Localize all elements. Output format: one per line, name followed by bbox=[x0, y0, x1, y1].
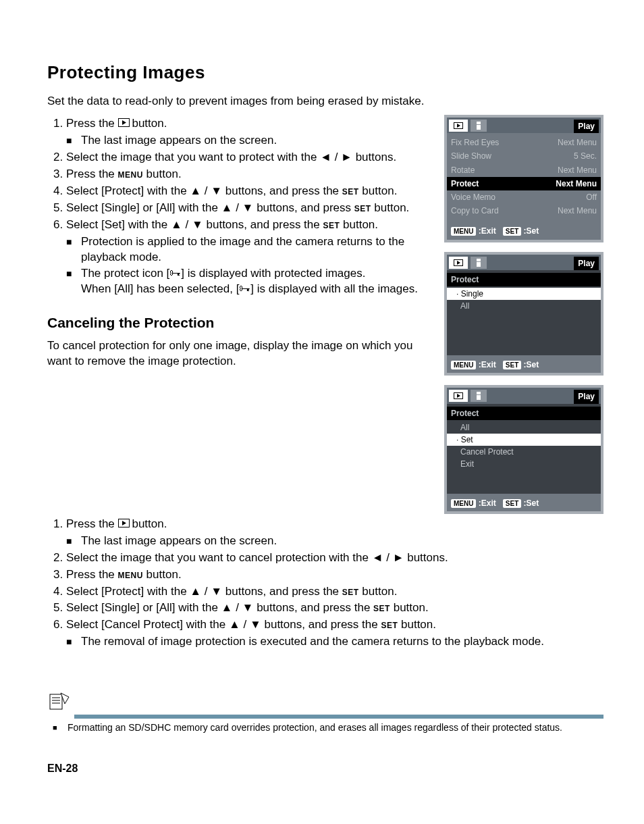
list-item: Select [Single] or [All] with the ▲ / ▼ … bbox=[66, 201, 428, 216]
list-item: Press the button. The last image appears… bbox=[66, 517, 603, 549]
list-item: Select [Single] or [All] with the ▲ / ▼ … bbox=[66, 600, 603, 616]
submenu-header: Protect bbox=[447, 407, 601, 420]
menu-label: MENU bbox=[118, 571, 143, 580]
svg-rect-12 bbox=[477, 392, 481, 394]
note-icon bbox=[47, 690, 70, 713]
list-item: Select the image that you want to cancel… bbox=[66, 550, 603, 566]
tab-title: Play bbox=[574, 257, 599, 270]
intro-text: Set the data to read-only to prevent ima… bbox=[47, 94, 603, 109]
list-item: Press the MENU button. bbox=[66, 567, 603, 583]
note-divider bbox=[74, 715, 603, 719]
submenu-row: All bbox=[451, 421, 597, 434]
set-label: SET bbox=[373, 604, 390, 613]
set-label: SET bbox=[381, 621, 398, 630]
svg-marker-1 bbox=[122, 120, 126, 125]
set-label: SET bbox=[342, 187, 359, 197]
svg-marker-11 bbox=[457, 394, 460, 398]
tab-title: Play bbox=[574, 120, 599, 133]
page-number: EN-28 bbox=[47, 761, 603, 776]
tab-setup-icon bbox=[471, 390, 487, 402]
tab-setup-icon bbox=[471, 257, 487, 269]
cancel-section-title: Canceling the Protection bbox=[47, 313, 428, 332]
tab-title: Play bbox=[574, 390, 599, 403]
svg-rect-5 bbox=[477, 125, 481, 130]
menu-label: MENU bbox=[118, 170, 143, 180]
tab-setup-icon bbox=[471, 120, 487, 132]
tab-play-icon bbox=[449, 257, 468, 269]
steps-protect: Press the button. The last image appears… bbox=[47, 116, 428, 297]
list-item: The removal of image protection is execu… bbox=[81, 634, 603, 650]
list-item: Select [Protect] with the ▲ / ▼ buttons,… bbox=[66, 184, 428, 199]
submenu-row: Cancel Protect bbox=[451, 446, 597, 458]
steps-cancel: Press the button. The last image appears… bbox=[47, 517, 603, 650]
list-item: Select [Cancel Protect] with the ▲ / ▼ b… bbox=[66, 617, 603, 650]
svg-rect-8 bbox=[477, 259, 481, 261]
submenu-row-selected: · Single bbox=[447, 288, 601, 300]
page-title: Protecting Images bbox=[47, 61, 603, 84]
tab-play-icon bbox=[449, 390, 468, 402]
list-item: Select [Protect] with the ▲ / ▼ buttons,… bbox=[66, 584, 603, 600]
list-item: Press the button. The last image appears… bbox=[66, 116, 428, 149]
set-label: SET bbox=[342, 588, 359, 597]
submenu-header: Protect bbox=[447, 273, 601, 286]
list-item: Select the image that you want to protec… bbox=[66, 150, 428, 165]
submenu-row-selected: · Set bbox=[447, 434, 601, 446]
list-item: Protection is applied to the image and t… bbox=[81, 234, 428, 265]
cancel-intro: To cancel protection for only one image,… bbox=[47, 338, 428, 369]
submenu-row: All bbox=[451, 300, 597, 312]
camera-menu-protect-action: Play Protect All · Set Cancel Protect Ex… bbox=[444, 385, 603, 513]
note-text: Formatting an SD/SDHC memory card overri… bbox=[68, 721, 603, 734]
list-item: The last image appears on the screen. bbox=[81, 534, 603, 549]
set-pill: SET bbox=[503, 227, 521, 236]
lock-icon: 🗝 bbox=[169, 267, 181, 280]
set-label: SET bbox=[354, 204, 371, 213]
list-item: Select [Set] with the ▲ / ▼ buttons, and… bbox=[66, 217, 428, 298]
list-item: Press the MENU button. bbox=[66, 167, 428, 182]
svg-marker-3 bbox=[457, 124, 460, 128]
lock-icon: 🗝 bbox=[239, 282, 250, 295]
playback-icon bbox=[118, 118, 132, 129]
camera-menu-protect-select: Play Protect · Single All MENU :Exit SET… bbox=[444, 252, 603, 376]
svg-marker-7 bbox=[457, 261, 460, 265]
svg-marker-15 bbox=[122, 521, 126, 525]
camera-menu-play: Play Fix Red EyesNext Menu Slide Show5 S… bbox=[444, 115, 603, 242]
list-item: The protect icon [🗝] is displayed with p… bbox=[81, 266, 428, 297]
svg-rect-16 bbox=[50, 694, 62, 709]
svg-rect-13 bbox=[477, 395, 481, 400]
submenu-row: Exit bbox=[451, 458, 597, 470]
svg-rect-9 bbox=[477, 262, 481, 267]
playback-icon bbox=[118, 519, 132, 530]
tab-play-icon bbox=[449, 120, 468, 132]
svg-rect-4 bbox=[477, 122, 481, 124]
set-label: SET bbox=[323, 221, 340, 230]
list-item: The last image appears on the screen. bbox=[81, 133, 428, 149]
menu-pill: MENU bbox=[451, 227, 476, 236]
